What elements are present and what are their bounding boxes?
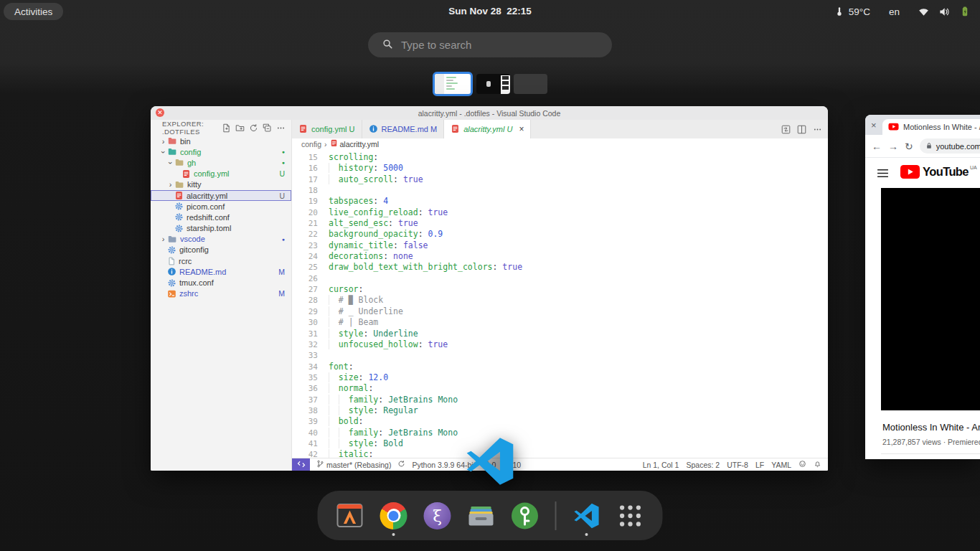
dock-vscode-icon[interactable] [573, 501, 601, 530]
tree-item-gitconfig[interactable]: gitconfig [151, 245, 291, 255]
breadcrumb[interactable]: config › alacritty.yml [292, 138, 828, 149]
reload-button[interactable]: ↻ [905, 141, 913, 152]
chevron-icon[interactable]: › [159, 235, 167, 243]
token: style [349, 438, 374, 448]
status-item[interactable]: master* (Rebasing) [316, 460, 391, 469]
token: : [359, 284, 364, 294]
editor-tab-README.md[interactable]: README.md M [362, 120, 445, 138]
status-item[interactable] [814, 460, 821, 469]
token: style [339, 329, 364, 339]
remote-indicator[interactable] [292, 458, 310, 471]
video-player[interactable] [881, 188, 980, 410]
tree-item-starship.toml[interactable]: starship.toml [151, 223, 291, 234]
status-item[interactable] [798, 460, 806, 469]
url-text: youtube.com/wa [936, 142, 980, 151]
dock-chrome-icon[interactable] [380, 501, 408, 530]
line-number: 36 [292, 383, 318, 394]
token: tabspaces [329, 196, 373, 206]
tree-item-zshrc[interactable]: zshrcM [151, 288, 291, 299]
collapse-all-icon[interactable] [263, 123, 272, 133]
editor-tab-config.yml[interactable]: config.yml U [292, 120, 362, 138]
code-line: 38 style: Regular [292, 405, 828, 416]
status-item[interactable]: LF [755, 461, 764, 469]
tree-item-tmux.conf[interactable]: tmux.conf [151, 277, 291, 288]
more-icon[interactable] [813, 125, 822, 134]
line-number: 37 [292, 395, 318, 405]
chevron-icon[interactable]: › [159, 148, 168, 156]
status-item[interactable]: Spaces: 2 [686, 461, 720, 469]
yaml-icon [182, 169, 191, 179]
tree-item-picom.conf[interactable]: picom.conf [151, 201, 291, 212]
code-text: cursor: [329, 284, 363, 295]
code-line: 20live_config_reload: true [292, 207, 828, 218]
token: true [403, 174, 423, 184]
dock-app-grid-icon[interactable] [616, 501, 645, 530]
gnome-top-bar: Activities Sun Nov 28 22:15 59°C en [0, 0, 980, 23]
tree-item-bin[interactable]: ›bin [151, 136, 291, 146]
new-folder-icon[interactable] [235, 123, 245, 133]
tab-close-icon[interactable]: × [871, 120, 877, 131]
browser-tab[interactable]: Motionless In White - / [882, 119, 980, 135]
workspace-thumbnail-1[interactable] [433, 72, 473, 96]
token: true [502, 262, 522, 272]
hamburger-menu-icon[interactable] [877, 169, 889, 178]
chevron-icon[interactable]: › [159, 137, 167, 146]
new-file-icon[interactable] [222, 123, 231, 133]
tree-item-label: vscode [180, 235, 205, 243]
tree-item-gh[interactable]: ›gh● [151, 157, 291, 168]
line-number: 29 [292, 306, 318, 317]
more-icon[interactable] [276, 123, 286, 133]
split-editor-icon[interactable] [797, 125, 806, 134]
tree-item-config[interactable]: ›config● [151, 146, 291, 157]
chrome-window[interactable]: × Motionless In White - / ← → ↻ youtube.… [865, 115, 980, 459]
dock-keepassxc-icon[interactable] [511, 501, 540, 530]
keyboard-layout-indicator[interactable]: en [889, 6, 900, 17]
code-text: dynamic_title: false [329, 240, 428, 251]
breadcrumb-file[interactable]: alacritty.yml [340, 140, 380, 149]
code-line: 32 unfocused_hollow: true [292, 339, 828, 350]
system-status-area[interactable]: 59°C en [834, 0, 970, 23]
breadcrumb-folder[interactable]: config [301, 140, 321, 149]
tree-item-rcrc[interactable]: rcrc [151, 255, 291, 266]
address-bar[interactable]: youtube.com/wa [920, 138, 980, 154]
forward-button[interactable]: → [888, 141, 898, 152]
tree-item-redshift.conf[interactable]: redshift.conf [151, 212, 291, 222]
search-input[interactable]: Type to search [368, 32, 612, 57]
workspace-thumbnail-2[interactable] [476, 74, 510, 94]
tree-item-kitty[interactable]: ›kitty [151, 179, 291, 190]
dock-alacritty-icon[interactable] [336, 501, 364, 530]
wifi-icon [918, 6, 929, 17]
workspace-thumbnail-3[interactable] [514, 74, 547, 94]
editor-tab-alacritty.yml[interactable]: alacritty.yml U× [444, 120, 531, 138]
chevron-icon[interactable]: › [166, 159, 175, 166]
clock[interactable]: Sun Nov 28 22:15 [448, 6, 532, 17]
tree-item-alacritty.yml[interactable]: alacritty.ymlU [151, 190, 291, 201]
activities-button[interactable]: Activities [4, 3, 63, 20]
tree-item-config.yml[interactable]: config.ymlU [151, 169, 291, 179]
vscode-window[interactable]: ✕ alacritty.yml - .dotfiles - Visual Stu… [151, 106, 828, 471]
status-item[interactable]: Ln 1, Col 1 [643, 461, 679, 469]
chevron-icon[interactable]: › [166, 180, 174, 189]
dock-files-icon[interactable] [467, 501, 496, 530]
status-item-label: UTF-8 [727, 461, 748, 469]
status-item[interactable] [397, 460, 405, 469]
refresh-icon[interactable] [249, 123, 258, 133]
tab-close-icon[interactable]: × [519, 124, 524, 134]
window-close-button[interactable]: ✕ [156, 108, 164, 117]
back-button[interactable]: ← [872, 141, 882, 152]
running-indicator-dot [392, 533, 395, 536]
tree-item-vscode[interactable]: ›vscode● [151, 234, 291, 245]
tree-item-README.md[interactable]: README.mdM [151, 266, 291, 277]
status-item[interactable]: YAML [771, 461, 791, 469]
line-number: 19 [292, 196, 318, 207]
chrome-tabstrip: × Motionless In White - / [865, 115, 980, 135]
token [423, 229, 428, 239]
line-number: 39 [292, 416, 318, 427]
code-editor[interactable]: 15scrolling:16 history: 500017 auto_scro… [292, 149, 828, 458]
open-changes-icon[interactable] [781, 125, 791, 134]
dock-emacs-icon[interactable]: ξ [423, 501, 452, 530]
youtube-logo[interactable]: YouTube UA [900, 165, 977, 182]
token: : [418, 339, 423, 349]
file-icon [167, 257, 176, 265]
status-item[interactable]: UTF-8 [727, 461, 748, 469]
